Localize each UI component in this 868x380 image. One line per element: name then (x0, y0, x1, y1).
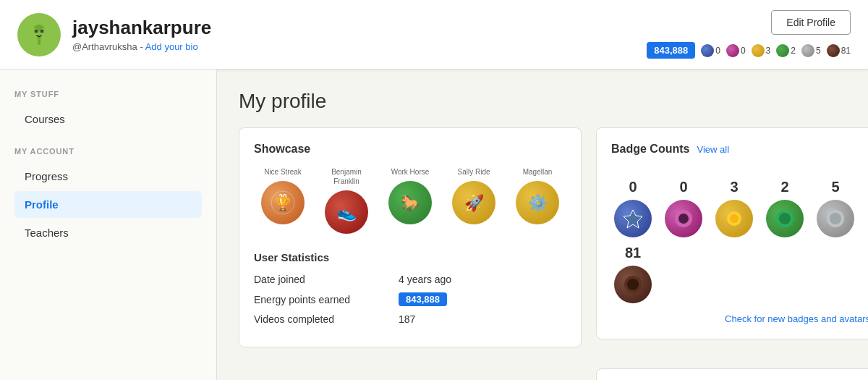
mini-badge-circle-0 (701, 44, 714, 57)
badge-circle-magellan: ⚙️ (516, 181, 559, 224)
main-content: My profile Showcase Nice Streak 20🏆 Benj… (217, 69, 868, 380)
points-badges-row: 843,888 0 0 3 2 5 81 (647, 42, 851, 59)
badge-showcase-row: Nice Streak 20🏆 BenjaminFranklin 👟 Work … (254, 167, 566, 234)
sidebar-section-my-stuff: MY STUFF (14, 90, 202, 98)
avatar-icon (23, 19, 55, 51)
cards-row: Showcase Nice Streak 20🏆 BenjaminFrankli… (239, 127, 868, 380)
badge-counts-title: Badge Counts (611, 143, 689, 156)
sidebar-item-progress[interactable]: Progress (14, 163, 202, 190)
avatar (17, 13, 61, 56)
badge-name-sally-ride: Sally Ride (457, 167, 490, 177)
badge-circle-benjamin: 👟 (325, 190, 368, 234)
badge-count-item-5: 81 (611, 245, 655, 303)
svg-point-3 (39, 28, 48, 38)
badge-item-magellan: Magellan ⚙️ (509, 167, 566, 234)
handle-bio: @Arthavruksha - Add your bio (72, 41, 211, 52)
badge-item-work-horse: Work Horse 🐎 (381, 167, 439, 234)
right-column: Badge Counts View all 0 0 (596, 127, 868, 380)
mini-badge-count-1: 0 (741, 46, 746, 56)
stat-label-date: Date joined (254, 274, 399, 285)
badge-circle-sally-ride: 🚀 (452, 181, 495, 224)
sidebar: MY STUFF Courses MY ACCOUNT Progress Pro… (0, 69, 217, 380)
badge-name-benjamin: BenjaminFranklin (331, 167, 362, 186)
badge-count-item-1: 0 (662, 179, 705, 237)
stat-row-energy: Energy points earned 843,888 (254, 292, 566, 306)
points-badge: 843,888 (647, 42, 695, 59)
stat-row-date-joined: Date joined 4 years ago (254, 274, 566, 285)
badge-count-circle-3 (766, 200, 804, 237)
svg-text:⚙️: ⚙️ (528, 193, 548, 213)
badge-counts-header: Badge Counts View all (611, 143, 868, 167)
badge-item-nice-streak: Nice Streak 20🏆 (254, 167, 312, 234)
svg-marker-14 (624, 210, 642, 228)
username: jayshankarpure (72, 17, 211, 39)
svg-point-20 (779, 213, 791, 224)
badge-count-circle-5 (614, 266, 652, 303)
mini-badge-count-2: 3 (766, 46, 771, 56)
sidebar-item-courses[interactable]: Courses (14, 106, 202, 132)
badge-name-magellan: Magellan (523, 167, 553, 177)
mini-badge-count-0: 0 (715, 46, 720, 56)
stat-row-videos: Videos completed 187 (254, 313, 566, 325)
badge-count-num-4: 5 (831, 179, 839, 195)
user-info: jayshankarpure @Arthavruksha - Add your … (72, 17, 211, 52)
svg-text:🚀: 🚀 (464, 193, 485, 213)
page-title: My profile (239, 90, 868, 113)
projects-card: Projects View all (596, 368, 868, 380)
svg-point-18 (730, 214, 739, 223)
user-stats-title: User Statistics (254, 251, 566, 263)
badge-count-num-1: 0 (679, 179, 687, 195)
badge-count-circle-0 (614, 200, 652, 237)
mini-badge-circle-4 (801, 44, 814, 57)
svg-point-2 (30, 28, 39, 38)
check-badges-link[interactable]: Check for new badges and avatars (611, 313, 868, 324)
mini-badge-circle-3 (776, 44, 789, 57)
mini-badge-circle-1 (726, 44, 739, 57)
header-left: jayshankarpure @Arthavruksha - Add your … (17, 13, 211, 56)
handle-text: @Arthavruksha (72, 41, 137, 52)
add-bio-link[interactable]: Add your bio (145, 41, 198, 52)
badge-count-item-0: 0 (611, 179, 655, 237)
mini-badge-4: 5 (801, 44, 821, 57)
badge-count-item-4: 5 (814, 179, 857, 237)
badge-circle-nice-streak: 20🏆 (261, 181, 305, 224)
badge-name-nice-streak: Nice Streak (264, 167, 302, 177)
separator: - (140, 41, 145, 52)
badge-item-benjamin: BenjaminFranklin 👟 (318, 167, 375, 234)
svg-rect-6 (38, 39, 41, 45)
svg-point-16 (678, 214, 689, 224)
stat-label-videos: Videos completed (254, 313, 399, 325)
header: jayshankarpure @Arthavruksha - Add your … (0, 0, 868, 69)
mini-badge-2: 3 (752, 44, 771, 57)
mini-badge-circle-5 (827, 44, 840, 57)
svg-point-5 (41, 29, 44, 33)
mini-badge-0: 0 (701, 44, 720, 57)
badge-count-num-0: 0 (629, 179, 637, 195)
badge-count-item-3: 2 (763, 179, 807, 237)
badge-count-num-5: 81 (625, 245, 641, 261)
stat-value-energy: 843,888 (399, 292, 447, 306)
mini-badge-circle-2 (752, 44, 765, 57)
main-layout: MY STUFF Courses MY ACCOUNT Progress Pro… (0, 69, 868, 380)
stat-value-date: 4 years ago (399, 274, 451, 285)
mini-badge-3: 2 (776, 44, 796, 57)
sidebar-item-profile[interactable]: Profile (14, 191, 202, 218)
badge-counts-card: Badge Counts View all 0 0 (596, 127, 868, 339)
showcase-title: Showcase (254, 143, 566, 156)
svg-point-4 (35, 29, 38, 33)
sidebar-section-my-account: MY ACCOUNT (14, 147, 202, 156)
svg-text:🏆: 🏆 (275, 196, 292, 212)
stat-label-energy: Energy points earned (254, 294, 399, 305)
mini-badge-1: 0 (726, 44, 746, 57)
badge-count-circle-1 (665, 200, 702, 237)
header-right: Edit Profile 843,888 0 0 3 2 5 (647, 10, 851, 59)
mini-badge-count-3: 2 (791, 46, 796, 56)
svg-point-24 (627, 279, 639, 290)
badge-count-num-3: 2 (780, 179, 788, 195)
badge-counts-view-all[interactable]: View all (697, 144, 729, 155)
badge-counts-row: 0 0 3 (611, 179, 868, 303)
edit-profile-button[interactable]: Edit Profile (771, 10, 851, 35)
svg-text:👟: 👟 (337, 203, 357, 222)
svg-text:🐎: 🐎 (401, 193, 421, 213)
sidebar-item-teachers[interactable]: Teachers (14, 219, 202, 246)
